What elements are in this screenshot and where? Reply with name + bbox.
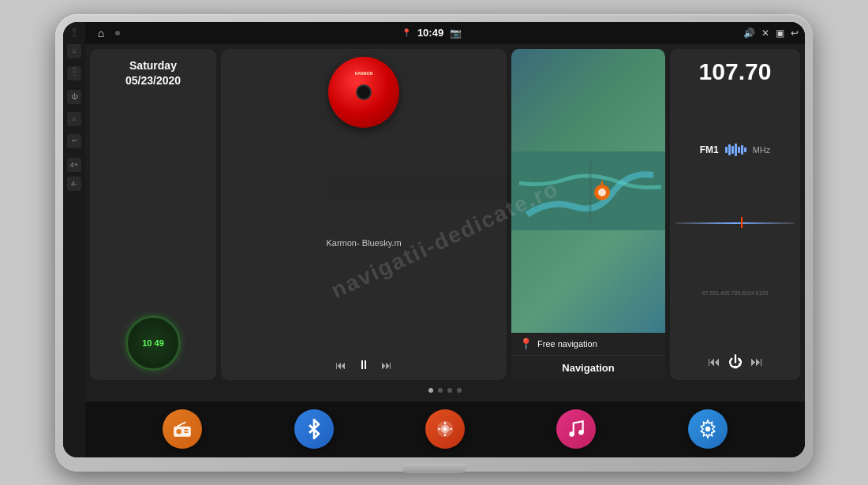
home-side-button[interactable]: ⌂: [67, 44, 81, 58]
music-controls: ⏮ ⏸ ⏭: [335, 358, 392, 372]
status-right: 🔊 ✕ ▣ ↩: [743, 28, 799, 39]
time-display: 10:49: [417, 27, 443, 39]
svg-point-13: [450, 428, 452, 431]
power-side-button[interactable]: ⏻: [67, 90, 81, 104]
home-side-button2[interactable]: ⌂: [67, 112, 81, 126]
nav-map: [511, 49, 665, 333]
radio-frequency: 107.70: [699, 58, 772, 85]
page-dots: [90, 385, 800, 396]
radio-app-icon[interactable]: [163, 409, 202, 449]
vinyl-label: KARMON: [355, 71, 373, 76]
nav-pin-icon: 📍: [519, 338, 533, 350]
status-left: ⌂: [92, 24, 120, 43]
free-nav-text: Free navigation: [537, 339, 597, 349]
settings-app-icon[interactable]: [688, 409, 728, 449]
vinyl-record: KARMON: [328, 57, 399, 128]
svg-rect-4: [177, 429, 182, 435]
car-head-unit: MIC ⌂ RST ⏻ ⌂ ↩ 4+ 4- ⌂ 📍: [55, 14, 813, 472]
radio-widget[interactable]: 107.70 FM1: [670, 49, 800, 380]
nav-title: Navigation: [562, 362, 614, 374]
app-dock: [85, 401, 805, 457]
side-button-strip: MIC ⌂ RST ⏻ ⌂ ↩ 4+ 4-: [63, 22, 85, 457]
page-dot-1[interactable]: [428, 388, 433, 393]
radio-band-info: FM1 MHz: [700, 144, 771, 156]
date-clock-widget: Saturday 05/23/2020 10 49: [90, 49, 216, 380]
bluetooth-app-icon[interactable]: [294, 409, 334, 449]
analog-clock: 10 49: [125, 315, 181, 371]
page-dot-4[interactable]: [457, 388, 462, 393]
radio-controls: ⏮ ⏻ ⏭: [708, 354, 763, 371]
page-dot-2[interactable]: [438, 388, 443, 393]
next-button[interactable]: ⏭: [381, 359, 392, 371]
svg-point-16: [705, 427, 711, 432]
mic-label: MIC: [72, 28, 77, 38]
radio-unit: MHz: [753, 145, 771, 155]
back-icon[interactable]: ↩: [791, 28, 799, 39]
free-navigation-section[interactable]: 📍 Free navigation: [511, 333, 665, 356]
radio-wave-visual: [725, 144, 746, 156]
svg-point-11: [444, 434, 447, 436]
radio-prev-button[interactable]: ⏮: [708, 355, 720, 369]
svg-point-2: [598, 188, 606, 196]
nav-title-section[interactable]: Navigation: [511, 356, 665, 380]
svg-point-14: [570, 431, 575, 437]
svg-rect-6: [184, 431, 188, 433]
status-center: 📍 10:49 📷: [402, 27, 462, 39]
svg-point-10: [444, 422, 447, 424]
rst-button[interactable]: RST: [67, 66, 81, 80]
dot-indicator: [115, 31, 120, 35]
device-screen: MIC ⌂ RST ⏻ ⌂ ↩ 4+ 4- ⌂ 📍: [63, 22, 805, 457]
freq-numbers: 87.591.495.799.8104.8109: [702, 290, 769, 296]
radio-power-button[interactable]: ⏻: [728, 354, 743, 371]
rst-label: RST: [72, 67, 77, 77]
page-dot-3[interactable]: [447, 388, 452, 393]
vinyl-center: [356, 84, 372, 100]
frequency-scale: [676, 215, 794, 230]
volume-icon[interactable]: 🔊: [743, 28, 755, 39]
back-side-button[interactable]: ↩: [67, 134, 81, 148]
play-pause-button[interactable]: ⏸: [357, 358, 370, 372]
svg-point-9: [443, 427, 447, 431]
window-icon[interactable]: ▣: [776, 28, 784, 39]
home-button[interactable]: ⌂: [92, 24, 110, 43]
music-widget[interactable]: KARMON Karmon- Bluesky.m ⏮ ⏸ ⏭: [221, 49, 507, 380]
radio-next-button[interactable]: ⏭: [750, 355, 763, 369]
radio-band-label: FM1: [700, 144, 719, 155]
navigation-widget[interactable]: 📍 Free navigation Navigation: [511, 49, 665, 380]
main-screen: ⌂ 📍 10:49 📷 🔊 ✕ ▣ ↩: [85, 22, 805, 457]
svg-rect-0: [511, 151, 665, 230]
svg-point-12: [438, 428, 440, 431]
content-area: Saturday 05/23/2020 10 49 KARMON: [85, 44, 805, 401]
music-title: Karmon- Bluesky.m: [326, 238, 401, 248]
location-icon: 📍: [402, 28, 411, 37]
svg-rect-5: [184, 429, 188, 431]
svg-point-15: [579, 430, 585, 435]
close-icon[interactable]: ✕: [761, 28, 769, 39]
prev-button[interactable]: ⏮: [335, 359, 346, 371]
status-bar: ⌂ 📍 10:49 📷 🔊 ✕ ▣ ↩: [85, 22, 805, 44]
music-app-icon[interactable]: [556, 409, 596, 449]
camera-icon[interactable]: 📷: [450, 28, 462, 39]
clock-time: 10 49: [142, 338, 164, 348]
device-mount: [402, 464, 466, 473]
widgets-row: Saturday 05/23/2020 10 49 KARMON: [90, 49, 800, 380]
vol-down-button[interactable]: 4-: [67, 177, 81, 191]
date-display: Saturday 05/23/2020: [125, 58, 181, 89]
vol-up-button[interactable]: 4+: [67, 158, 81, 172]
video-app-icon[interactable]: [425, 409, 465, 449]
